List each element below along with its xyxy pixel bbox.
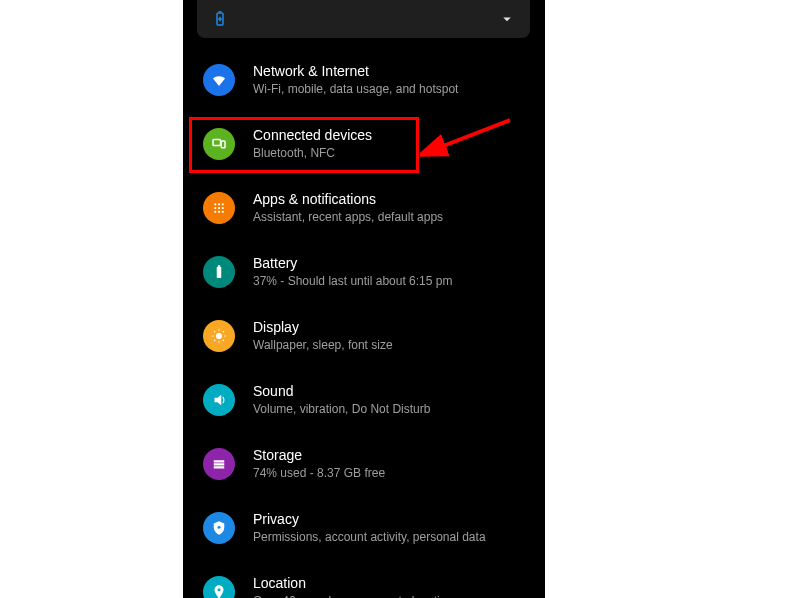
settings-item-connected-devices[interactable]: Connected devices Bluetooth, NFC	[183, 112, 545, 176]
settings-item-subtitle: 37% - Should last until about 6:15 pm	[253, 274, 452, 290]
settings-item-subtitle: Bluetooth, NFC	[253, 146, 372, 162]
settings-item-subtitle: Wallpaper, sleep, font size	[253, 338, 393, 354]
svg-line-23	[223, 340, 224, 341]
svg-rect-16	[218, 265, 220, 267]
settings-item-display[interactable]: Display Wallpaper, sleep, font size	[183, 304, 545, 368]
settings-item-subtitle: Assistant, recent apps, default apps	[253, 210, 443, 226]
settings-item-title: Storage	[253, 446, 385, 464]
svg-rect-15	[217, 267, 222, 278]
svg-point-17	[216, 333, 222, 339]
settings-item-subtitle: 74% used - 8.37 GB free	[253, 466, 385, 482]
svg-line-24	[214, 340, 215, 341]
svg-point-8	[222, 203, 224, 205]
privacy-icon	[203, 512, 235, 544]
settings-item-text: Battery 37% - Should last until about 6:…	[253, 254, 452, 290]
svg-point-14	[222, 211, 224, 213]
settings-item-title: Connected devices	[253, 126, 372, 144]
svg-rect-26	[214, 460, 225, 462]
settings-item-network[interactable]: Network & Internet Wi-Fi, mobile, data u…	[183, 48, 545, 112]
settings-item-text: Network & Internet Wi-Fi, mobile, data u…	[253, 62, 458, 98]
settings-item-title: Location	[253, 574, 453, 592]
settings-item-storage[interactable]: Storage 74% used - 8.37 GB free	[183, 432, 545, 496]
svg-point-29	[218, 526, 221, 529]
settings-screen: Network & Internet Wi-Fi, mobile, data u…	[183, 0, 545, 598]
svg-point-10	[218, 207, 220, 209]
chevron-down-icon	[498, 10, 516, 28]
svg-point-12	[214, 211, 216, 213]
display-icon	[203, 320, 235, 352]
wifi-icon	[203, 64, 235, 96]
location-icon	[203, 576, 235, 598]
settings-item-sound[interactable]: Sound Volume, vibration, Do Not Disturb	[183, 368, 545, 432]
settings-item-battery[interactable]: Battery 37% - Should last until about 6:…	[183, 240, 545, 304]
svg-point-9	[214, 207, 216, 209]
settings-item-location[interactable]: Location On – 46 apps have access to loc…	[183, 560, 545, 598]
battery-icon	[203, 256, 235, 288]
settings-list: Network & Internet Wi-Fi, mobile, data u…	[183, 48, 545, 598]
settings-item-title: Display	[253, 318, 393, 336]
settings-item-text: Storage 74% used - 8.37 GB free	[253, 446, 385, 482]
settings-item-text: Sound Volume, vibration, Do Not Disturb	[253, 382, 430, 418]
settings-item-subtitle: Wi-Fi, mobile, data usage, and hotspot	[253, 82, 458, 98]
svg-rect-28	[214, 466, 225, 468]
settings-item-text: Location On – 46 apps have access to loc…	[253, 574, 453, 598]
svg-line-25	[223, 331, 224, 332]
settings-item-text: Apps & notifications Assistant, recent a…	[253, 190, 443, 226]
svg-rect-5	[221, 141, 225, 148]
svg-point-6	[214, 203, 216, 205]
settings-item-title: Network & Internet	[253, 62, 458, 80]
svg-rect-4	[213, 140, 221, 146]
settings-item-subtitle: Permissions, account activity, personal …	[253, 530, 486, 546]
apps-icon	[203, 192, 235, 224]
sound-icon	[203, 384, 235, 416]
settings-item-text: Display Wallpaper, sleep, font size	[253, 318, 393, 354]
battery-charging-icon	[211, 10, 229, 28]
svg-point-11	[222, 207, 224, 209]
settings-item-subtitle: On – 46 apps have access to location	[253, 594, 453, 598]
notification-banner[interactable]	[197, 0, 530, 38]
svg-point-30	[218, 588, 221, 591]
devices-icon	[203, 128, 235, 160]
settings-item-text: Connected devices Bluetooth, NFC	[253, 126, 372, 162]
svg-line-22	[214, 331, 215, 332]
svg-point-13	[218, 211, 220, 213]
settings-item-title: Apps & notifications	[253, 190, 443, 208]
settings-item-title: Battery	[253, 254, 452, 272]
svg-point-7	[218, 203, 220, 205]
settings-item-subtitle: Volume, vibration, Do Not Disturb	[253, 402, 430, 418]
storage-icon	[203, 448, 235, 480]
settings-item-title: Sound	[253, 382, 430, 400]
svg-rect-27	[214, 463, 225, 465]
settings-item-title: Privacy	[253, 510, 486, 528]
settings-item-privacy[interactable]: Privacy Permissions, account activity, p…	[183, 496, 545, 560]
settings-item-text: Privacy Permissions, account activity, p…	[253, 510, 486, 546]
settings-item-apps[interactable]: Apps & notifications Assistant, recent a…	[183, 176, 545, 240]
